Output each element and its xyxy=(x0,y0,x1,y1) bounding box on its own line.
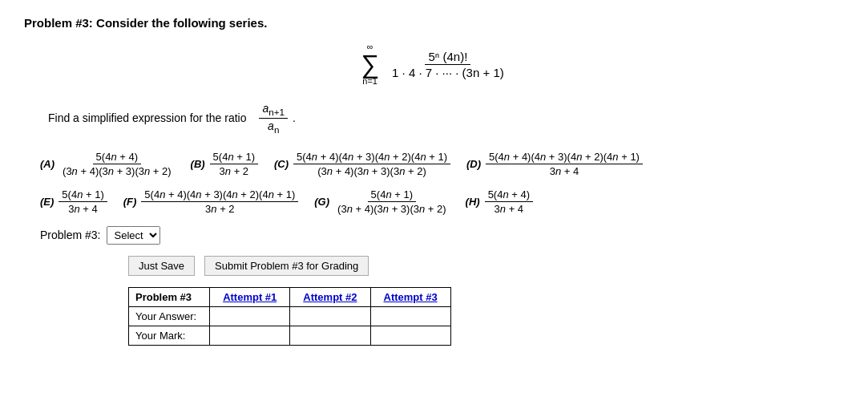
answer-option-E: (E) 5(4n + 1) 3n + 4 xyxy=(40,188,107,215)
ratio-fraction: an+1 an xyxy=(259,102,288,135)
table-row-answer: Your Answer: xyxy=(129,306,451,326)
series-display: ∞ ∑ n=1 5ⁿ (4n)! 1 · 4 · 7 · ··· · (3n +… xyxy=(24,43,844,86)
answer-option-H: (H) 5(4n + 4) 3n + 4 xyxy=(466,188,533,215)
attempt1-answer xyxy=(210,306,290,326)
attempt3-mark xyxy=(370,326,450,345)
col-attempt1[interactable]: Attempt #1 xyxy=(210,287,290,306)
table-header-row: Problem #3 Attempt #1 Attempt #2 Attempt… xyxy=(129,287,451,306)
sigma-block: ∞ ∑ n=1 xyxy=(361,43,379,86)
answer-option-D: (D) 5(4n + 4)(4n + 3)(4n + 2)(4n + 1) 3n… xyxy=(466,151,643,177)
row-label-answer: Your Answer: xyxy=(129,306,210,326)
ratio-line: Find a simplified expression for the rat… xyxy=(48,102,844,135)
attempts-table: Problem #3 Attempt #1 Attempt #2 Attempt… xyxy=(128,287,451,346)
submit-button[interactable]: Submit Problem #3 for Grading xyxy=(204,256,369,276)
answers-section: (A) 5(4n + 4) (3n + 4)(3n + 3)(3n + 2) (… xyxy=(40,151,844,215)
answer-option-B: (B) 5(4n + 1) 3n + 2 xyxy=(191,151,258,177)
attempt2-answer xyxy=(290,306,370,326)
answer-option-G: (G) 5(4n + 1) (3n + 4)(3n + 3)(3n + 2) xyxy=(314,188,449,215)
col-attempt3[interactable]: Attempt #3 xyxy=(370,287,450,306)
answer-row-1: (A) 5(4n + 4) (3n + 4)(3n + 3)(3n + 2) (… xyxy=(40,151,844,177)
answer-option-A: (A) 5(4n + 4) (3n + 4)(3n + 3)(3n + 2) xyxy=(40,151,175,177)
col-attempt2[interactable]: Attempt #2 xyxy=(290,287,370,306)
answer-select[interactable]: Select A B C D E F G H xyxy=(107,226,160,245)
table-row-mark: Your Mark: xyxy=(129,326,451,345)
attempt1-mark xyxy=(210,326,290,345)
problem-title: Problem #3: Consider the following serie… xyxy=(24,16,844,30)
row-label-mark: Your Mark: xyxy=(129,326,210,345)
answer-option-F: (F) 5(4n + 4)(4n + 3)(4n + 2)(4n + 1) 3n… xyxy=(123,188,299,215)
series-fraction: 5ⁿ (4n)! 1 · 4 · 7 · ··· · (3n + 1) xyxy=(389,50,507,79)
col-problem: Problem #3 xyxy=(129,287,210,306)
buttons-row: Just Save Submit Problem #3 for Grading xyxy=(128,256,844,276)
just-save-button[interactable]: Just Save xyxy=(128,256,195,276)
answer-option-C: (C) 5(4n + 4)(4n + 3)(4n + 2)(4n + 1) (3… xyxy=(274,151,450,177)
answer-row-2: (E) 5(4n + 1) 3n + 4 (F) 5(4n + 4)(4n + … xyxy=(40,188,844,215)
select-row: Problem #3: Select A B C D E F G H xyxy=(40,226,844,245)
attempt2-mark xyxy=(290,326,370,345)
attempt3-answer xyxy=(370,306,450,326)
select-label: Problem #3: xyxy=(40,229,100,241)
